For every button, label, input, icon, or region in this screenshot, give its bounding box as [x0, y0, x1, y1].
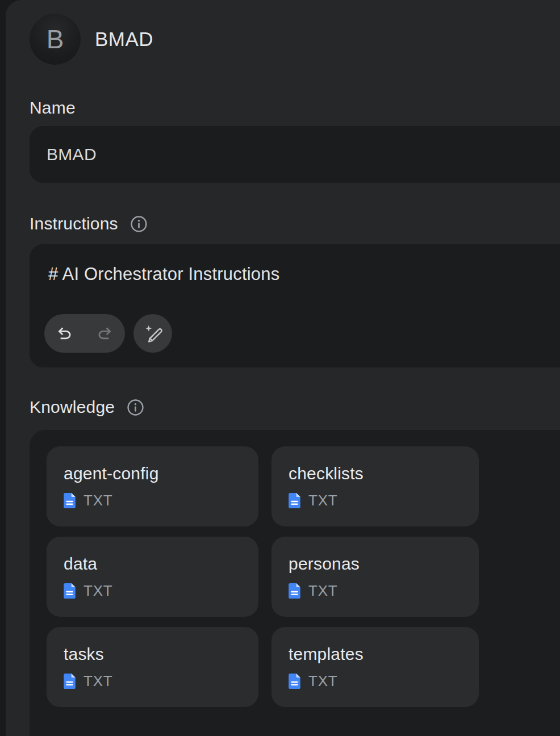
file-type-label: TXT [308, 492, 338, 509]
knowledge-label: Knowledge [30, 398, 115, 417]
undo-redo-pill [44, 314, 125, 353]
doc-file-icon [64, 583, 76, 599]
info-icon[interactable] [127, 399, 144, 416]
gem-header: B BMAD [30, 14, 153, 65]
undo-button[interactable] [44, 314, 85, 353]
name-label: Name [30, 98, 76, 118]
doc-file-icon [289, 583, 300, 599]
knowledge-card[interactable]: agent-config TXT [47, 446, 258, 526]
avatar-letter: B [47, 26, 64, 52]
knowledge-file-name: checklists [289, 464, 463, 483]
rewrite-button[interactable] [133, 314, 172, 353]
knowledge-file-meta: TXT [289, 492, 463, 509]
gem-title: BMAD [95, 28, 153, 51]
name-input[interactable] [30, 126, 560, 183]
redo-button[interactable] [85, 314, 125, 353]
file-type-label: TXT [308, 582, 338, 600]
instructions-label: Instructions [30, 214, 118, 233]
file-type-label: TXT [83, 492, 113, 509]
knowledge-file-name: agent-config [64, 464, 243, 483]
knowledge-card[interactable]: tasks TXT [47, 627, 258, 707]
knowledge-card[interactable]: data TXT [47, 537, 258, 617]
instructions-editor[interactable]: # AI Orchestrator Instructions [30, 244, 560, 367]
file-type-label: TXT [83, 582, 113, 600]
file-type-label: TXT [83, 672, 113, 690]
knowledge-file-meta: TXT [64, 582, 243, 600]
doc-file-icon [64, 674, 76, 689]
doc-file-icon [64, 493, 76, 508]
knowledge-file-name: tasks [64, 645, 243, 664]
knowledge-card[interactable]: personas TXT [271, 537, 479, 617]
knowledge-file-meta: TXT [289, 672, 463, 690]
magic-pencil-icon [143, 323, 164, 344]
knowledge-file-meta: TXT [289, 582, 463, 600]
doc-file-icon [289, 674, 300, 689]
knowledge-file-meta: TXT [64, 672, 243, 690]
knowledge-card-grid: agent-config TXT checklists [47, 446, 479, 707]
file-type-label: TXT [308, 672, 338, 690]
gem-avatar: B [30, 14, 81, 65]
knowledge-label-row: Knowledge [30, 398, 144, 417]
instructions-text: # AI Orchestrator Instructions [48, 264, 279, 285]
redo-icon [95, 324, 114, 343]
knowledge-card[interactable]: checklists TXT [271, 446, 479, 526]
knowledge-file-name: data [64, 554, 243, 574]
knowledge-section: agent-config TXT checklists [30, 430, 560, 736]
info-icon[interactable] [130, 215, 148, 233]
knowledge-file-name: templates [289, 645, 463, 664]
knowledge-card[interactable]: templates TXT [271, 627, 479, 707]
gem-editor-panel: B BMAD Name Instructions # AI Orchestrat… [6, 0, 560, 736]
knowledge-file-meta: TXT [64, 492, 243, 509]
editor-toolbar [44, 314, 172, 353]
doc-file-icon [289, 493, 300, 508]
instructions-label-row: Instructions [30, 214, 148, 233]
undo-icon [55, 324, 74, 343]
knowledge-file-name: personas [289, 554, 463, 574]
